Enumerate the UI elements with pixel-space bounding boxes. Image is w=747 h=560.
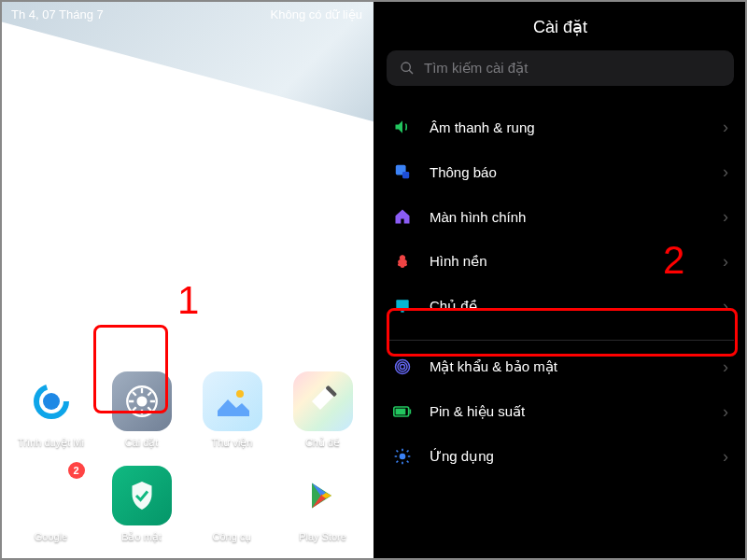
divider — [387, 340, 734, 341]
sound-icon — [392, 117, 413, 137]
settings-title: Cài đặt — [387, 17, 734, 37]
notifications-icon — [392, 161, 413, 182]
row-home[interactable]: Màn hình chính › — [387, 194, 734, 239]
chevron-right-icon: › — [723, 297, 728, 316]
themes-icon — [293, 371, 353, 431]
app-label: Chủ đề — [305, 437, 340, 449]
row-battery[interactable]: Pin & hiệu suất › — [387, 389, 734, 434]
svg-point-14 — [401, 365, 405, 370]
svg-line-7 — [409, 70, 413, 74]
svg-rect-16 — [396, 409, 406, 415]
tools-folder-icon — [203, 466, 262, 525]
app-gallery[interactable]: Thư viện — [190, 371, 274, 449]
app-themes[interactable]: Chủ đề — [281, 371, 364, 449]
fingerprint-icon — [392, 357, 413, 377]
app-edge[interactable]: Trình duyệt Mi — [9, 371, 92, 449]
chevron-right-icon: › — [723, 402, 728, 422]
row-label: Màn hình chính — [430, 209, 706, 225]
svg-point-3 — [137, 398, 146, 406]
row-notifications[interactable]: Thông báo › — [387, 149, 734, 194]
google-folder-icon: 2 — [21, 466, 81, 525]
security-icon — [112, 466, 172, 525]
row-sound[interactable]: Âm thanh & rung › — [387, 105, 734, 149]
chevron-right-icon: › — [723, 118, 728, 137]
row-label: Thông báo — [430, 164, 706, 180]
gallery-icon — [203, 371, 262, 431]
app-label: Play Store — [299, 531, 346, 542]
app-label: Thư viện — [212, 437, 253, 449]
annotation-label-1: 1 — [177, 278, 199, 323]
app-grid: Trình duyệt Mi Cài đặt Thư viện Chủ đề — [0, 371, 374, 560]
chevron-right-icon: › — [723, 357, 728, 377]
status-date: Th 4, 07 Tháng 7 — [11, 7, 104, 21]
chevron-right-icon: › — [723, 447, 728, 467]
settings-icon — [112, 371, 172, 431]
svg-rect-10 — [396, 300, 408, 308]
svg-point-6 — [402, 63, 410, 71]
app-label: Cài đặt — [125, 437, 159, 449]
chevron-right-icon: › — [723, 252, 728, 272]
settings-screen: Cài đặt Tìm kiếm cài đặt Âm thanh & rung… — [374, 0, 747, 560]
app-google-folder[interactable]: 2 Google — [9, 466, 92, 543]
svg-rect-17 — [410, 410, 412, 414]
app-settings[interactable]: Cài đặt — [100, 371, 183, 449]
edge-icon — [21, 371, 81, 431]
settings-list: Âm thanh & rung › Thông báo › Màn hình c… — [387, 105, 734, 479]
app-tools-folder[interactable]: Công cụ — [190, 466, 274, 543]
row-label: Chủ đề — [430, 298, 706, 315]
row-themes[interactable]: Chủ đề › — [387, 284, 734, 329]
annotation-label-2: 2 — [663, 238, 684, 283]
settings-search[interactable]: Tìm kiếm cài đặt — [387, 50, 734, 86]
svg-point-4 — [236, 390, 244, 398]
svg-point-18 — [401, 455, 405, 459]
row-label: Mật khẩu & bảo mật — [430, 358, 706, 375]
status-bar: Th 4, 07 Tháng 7 Không có dữ liệu — [0, 7, 374, 21]
app-label: Công cụ — [213, 531, 252, 543]
search-icon — [400, 61, 415, 76]
row-label: Âm thanh & rung — [430, 119, 706, 135]
svg-rect-11 — [401, 309, 403, 313]
app-playstore[interactable]: Play Store — [281, 466, 364, 543]
playstore-icon — [293, 466, 353, 525]
folder-badge: 2 — [68, 462, 85, 479]
row-security[interactable]: Mật khẩu & bảo mật › — [387, 344, 734, 389]
row-apps[interactable]: Ứng dụng › — [387, 434, 734, 479]
app-security[interactable]: Bảo mật — [100, 466, 183, 543]
wallpaper-icon — [392, 251, 413, 272]
app-label: Google — [35, 531, 67, 542]
chevron-right-icon: › — [723, 207, 728, 227]
apps-icon — [392, 446, 413, 467]
chevron-right-icon: › — [723, 162, 728, 182]
themes-row-icon — [392, 296, 413, 316]
svg-point-1 — [43, 393, 60, 410]
row-label: Ứng dụng — [430, 448, 706, 465]
home-icon — [392, 206, 413, 227]
app-label: Trình duyệt Mi — [18, 437, 84, 449]
search-placeholder: Tìm kiếm cài đặt — [424, 60, 528, 77]
row-label: Pin & hiệu suất — [430, 403, 706, 420]
status-network: Không có dữ liệu — [271, 7, 362, 21]
battery-icon — [392, 401, 413, 422]
svg-rect-9 — [402, 172, 409, 178]
app-label: Bảo mật — [121, 531, 162, 543]
svg-point-13 — [398, 362, 407, 371]
